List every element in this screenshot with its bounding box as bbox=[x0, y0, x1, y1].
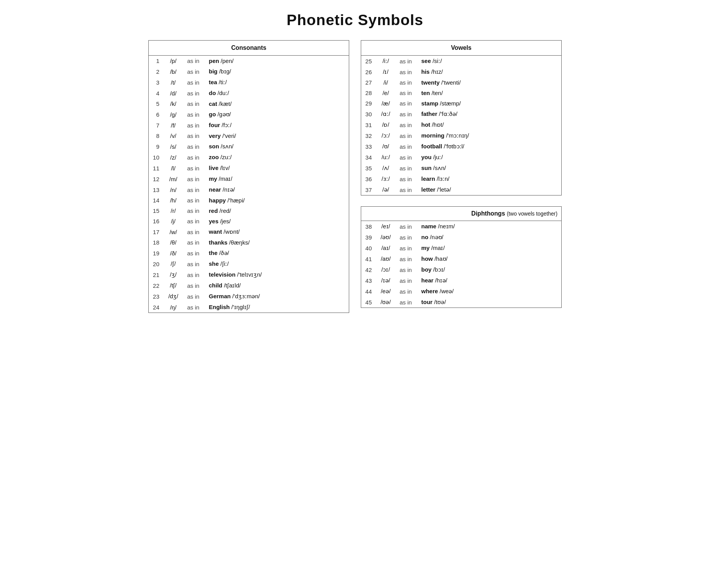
as-in-label: as in bbox=[184, 291, 206, 302]
table-row: 13 /n/ as in near /nɪə/ bbox=[149, 184, 349, 195]
as-in-label: as in bbox=[184, 88, 206, 99]
tables-wrapper: Consonants 1 /p/ as in pen /pen/ 2 /b/ a… bbox=[15, 40, 695, 313]
phonetic-symbol: /ɔː/ bbox=[375, 130, 397, 141]
table-row: 32 /ɔː/ as in morning /'mɔːnɪŋ/ bbox=[361, 130, 562, 141]
table-row: 42 /ɔɪ/ as in boy /bɔɪ/ bbox=[361, 264, 562, 275]
example-word: morning /'mɔːnɪŋ/ bbox=[418, 130, 562, 141]
phonetic-symbol: /æ/ bbox=[375, 98, 397, 109]
table-row: 39 /əʊ/ as in no /nəʊ/ bbox=[361, 232, 562, 243]
row-number: 14 bbox=[149, 195, 163, 206]
row-number: 36 bbox=[361, 173, 375, 184]
as-in-label: as in bbox=[184, 302, 206, 313]
example-word: ten /ten/ bbox=[418, 88, 562, 98]
phonetic-symbol: /t/ bbox=[163, 77, 184, 88]
phonetic-symbol: /s/ bbox=[163, 141, 184, 152]
row-number: 28 bbox=[361, 88, 375, 98]
consonants-table: Consonants 1 /p/ as in pen /pen/ 2 /b/ a… bbox=[148, 40, 349, 313]
example-word: she /ʃiː/ bbox=[206, 258, 349, 269]
example-word: you /juː/ bbox=[418, 152, 562, 163]
table-row: 6 /g/ as in go /gəʊ/ bbox=[149, 109, 349, 120]
as-in-label: as in bbox=[397, 232, 418, 243]
table-row: 2 /b/ as in big /bɪg/ bbox=[149, 66, 349, 77]
row-number: 29 bbox=[361, 98, 375, 109]
table-row: 37 /ə/ as in letter /'letə/ bbox=[361, 184, 562, 195]
phonetic-symbol: /ə/ bbox=[375, 184, 397, 195]
example-word: big /bɪg/ bbox=[206, 66, 349, 77]
example-word: my /maɪ/ bbox=[206, 173, 349, 184]
example-word: twenty /'twenti/ bbox=[418, 77, 562, 88]
table-row: 14 /h/ as in happy /'hæpi/ bbox=[149, 195, 349, 206]
row-number: 11 bbox=[149, 163, 163, 173]
row-number: 18 bbox=[149, 237, 163, 248]
row-number: 7 bbox=[149, 120, 163, 131]
row-number: 35 bbox=[361, 163, 375, 173]
phonetic-symbol: /eɪ/ bbox=[375, 221, 397, 232]
phonetic-symbol: /aɪ/ bbox=[375, 243, 397, 253]
as-in-label: as in bbox=[184, 77, 206, 88]
row-number: 37 bbox=[361, 184, 375, 195]
phonetic-symbol: /əʊ/ bbox=[375, 232, 397, 243]
diphthongs-subtitle: (two vowels together) bbox=[507, 211, 557, 217]
phonetic-symbol: /i/ bbox=[375, 77, 397, 88]
example-word: sun /sʌn/ bbox=[418, 163, 562, 173]
table-row: 5 /k/ as in cat /kæt/ bbox=[149, 99, 349, 109]
table-row: 25 /iː/ as in see /siː/ bbox=[361, 56, 562, 67]
phonetic-symbol: /θ/ bbox=[163, 237, 184, 248]
row-number: 39 bbox=[361, 232, 375, 243]
table-row: 33 /ʊ/ as in football /'fʊtbɔːl/ bbox=[361, 141, 562, 152]
example-word: son /sʌn/ bbox=[206, 141, 349, 152]
row-number: 22 bbox=[149, 280, 163, 291]
row-number: 23 bbox=[149, 291, 163, 302]
row-number: 26 bbox=[361, 66, 375, 77]
example-word: go /gəʊ/ bbox=[206, 109, 349, 120]
row-number: 15 bbox=[149, 206, 163, 216]
table-row: 29 /æ/ as in stamp /stæmp/ bbox=[361, 98, 562, 109]
example-word: cat /kæt/ bbox=[206, 99, 349, 109]
example-word: my /maɪ/ bbox=[418, 243, 562, 253]
as-in-label: as in bbox=[397, 163, 418, 173]
as-in-label: as in bbox=[184, 99, 206, 109]
table-row: 4 /d/ as in do /duː/ bbox=[149, 88, 349, 99]
as-in-label: as in bbox=[184, 216, 206, 226]
example-word: English /'ɪŋglɪʃ/ bbox=[206, 302, 349, 313]
example-word: where /weə/ bbox=[418, 286, 562, 297]
phonetic-symbol: /p/ bbox=[163, 56, 184, 66]
as-in-label: as in bbox=[397, 88, 418, 98]
table-row: 26 /ɪ/ as in his /hɪz/ bbox=[361, 66, 562, 77]
row-number: 44 bbox=[361, 286, 375, 297]
row-number: 1 bbox=[149, 56, 163, 66]
phonetic-symbol: /g/ bbox=[163, 109, 184, 120]
example-word: stamp /stæmp/ bbox=[418, 98, 562, 109]
as-in-label: as in bbox=[184, 195, 206, 206]
phonetic-symbol: /uː/ bbox=[375, 152, 397, 163]
phonetic-symbol: /k/ bbox=[163, 99, 184, 109]
example-word: near /nɪə/ bbox=[206, 184, 349, 195]
example-word: how /haʊ/ bbox=[418, 253, 562, 264]
vowels-table: Vowels 25 /iː/ as in see /siː/ 26 /ɪ/ as… bbox=[361, 40, 562, 195]
phonetic-symbol: /aʊ/ bbox=[375, 253, 397, 264]
table-row: 20 /ʃ/ as in she /ʃiː/ bbox=[149, 258, 349, 269]
example-word: zoo /zuː/ bbox=[206, 152, 349, 163]
row-number: 10 bbox=[149, 152, 163, 163]
table-row: 36 /ɜː/ as in learn /lɜːn/ bbox=[361, 173, 562, 184]
example-word: see /siː/ bbox=[418, 56, 562, 67]
example-word: football /'fʊtbɔːl/ bbox=[418, 141, 562, 152]
as-in-label: as in bbox=[397, 243, 418, 253]
table-row: 40 /aɪ/ as in my /maɪ/ bbox=[361, 243, 562, 253]
phonetic-symbol: /r/ bbox=[163, 206, 184, 216]
as-in-label: as in bbox=[184, 56, 206, 66]
table-row: 35 /ʌ/ as in sun /sʌn/ bbox=[361, 163, 562, 173]
table-row: 12 /m/ as in my /maɪ/ bbox=[149, 173, 349, 184]
phonetic-symbol: /ð/ bbox=[163, 248, 184, 258]
phonetic-symbol: /n/ bbox=[163, 184, 184, 195]
example-word: no /nəʊ/ bbox=[418, 232, 562, 243]
row-number: 34 bbox=[361, 152, 375, 163]
phonetic-symbol: /e/ bbox=[375, 88, 397, 98]
example-word: very /'veri/ bbox=[206, 131, 349, 141]
row-number: 20 bbox=[149, 258, 163, 269]
example-word: tea /tiː/ bbox=[206, 77, 349, 88]
phonetic-symbol: /dʒ/ bbox=[163, 291, 184, 302]
table-row: 9 /s/ as in son /sʌn/ bbox=[149, 141, 349, 152]
row-number: 25 bbox=[361, 56, 375, 67]
phonetic-symbol: /f/ bbox=[163, 120, 184, 131]
